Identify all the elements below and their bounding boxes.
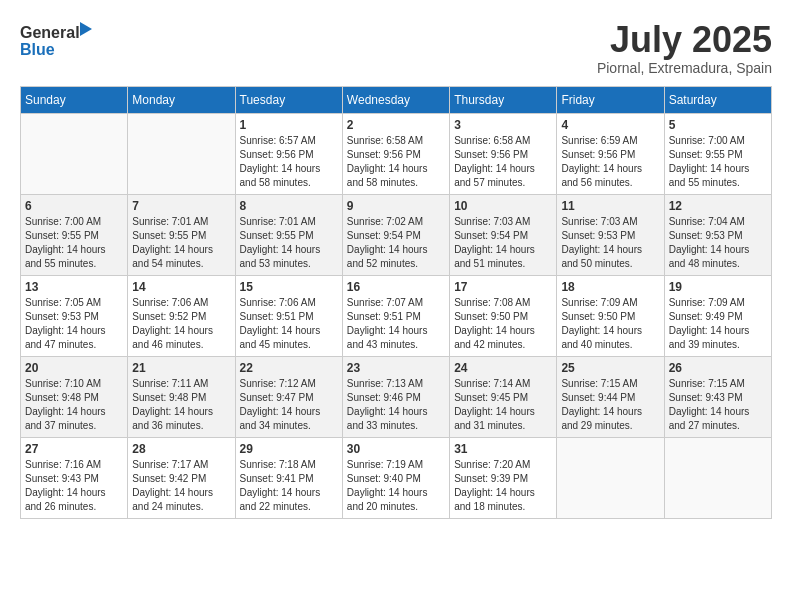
page-header: GeneralBlue July 2025 Piornal, Extremadu… bbox=[20, 20, 772, 76]
weekday-header-tuesday: Tuesday bbox=[235, 86, 342, 113]
calendar-cell: 9Sunrise: 7:02 AMSunset: 9:54 PMDaylight… bbox=[342, 194, 449, 275]
day-info: Sunrise: 7:20 AMSunset: 9:39 PMDaylight:… bbox=[454, 458, 552, 514]
calendar-cell: 15Sunrise: 7:06 AMSunset: 9:51 PMDayligh… bbox=[235, 275, 342, 356]
day-number: 29 bbox=[240, 442, 338, 456]
calendar-cell: 8Sunrise: 7:01 AMSunset: 9:55 PMDaylight… bbox=[235, 194, 342, 275]
logo: GeneralBlue bbox=[20, 20, 100, 60]
calendar-cell: 25Sunrise: 7:15 AMSunset: 9:44 PMDayligh… bbox=[557, 356, 664, 437]
calendar-cell: 16Sunrise: 7:07 AMSunset: 9:51 PMDayligh… bbox=[342, 275, 449, 356]
calendar-cell: 3Sunrise: 6:58 AMSunset: 9:56 PMDaylight… bbox=[450, 113, 557, 194]
title-block: July 2025 Piornal, Extremadura, Spain bbox=[597, 20, 772, 76]
day-number: 22 bbox=[240, 361, 338, 375]
day-info: Sunrise: 7:11 AMSunset: 9:48 PMDaylight:… bbox=[132, 377, 230, 433]
calendar-cell: 23Sunrise: 7:13 AMSunset: 9:46 PMDayligh… bbox=[342, 356, 449, 437]
day-info: Sunrise: 7:15 AMSunset: 9:44 PMDaylight:… bbox=[561, 377, 659, 433]
calendar-cell: 2Sunrise: 6:58 AMSunset: 9:56 PMDaylight… bbox=[342, 113, 449, 194]
day-info: Sunrise: 7:05 AMSunset: 9:53 PMDaylight:… bbox=[25, 296, 123, 352]
day-info: Sunrise: 7:01 AMSunset: 9:55 PMDaylight:… bbox=[132, 215, 230, 271]
calendar-cell: 27Sunrise: 7:16 AMSunset: 9:43 PMDayligh… bbox=[21, 437, 128, 518]
svg-text:Blue: Blue bbox=[20, 41, 55, 58]
day-info: Sunrise: 7:12 AMSunset: 9:47 PMDaylight:… bbox=[240, 377, 338, 433]
day-number: 13 bbox=[25, 280, 123, 294]
day-number: 25 bbox=[561, 361, 659, 375]
day-info: Sunrise: 7:14 AMSunset: 9:45 PMDaylight:… bbox=[454, 377, 552, 433]
day-number: 21 bbox=[132, 361, 230, 375]
calendar-cell: 12Sunrise: 7:04 AMSunset: 9:53 PMDayligh… bbox=[664, 194, 771, 275]
day-info: Sunrise: 6:57 AMSunset: 9:56 PMDaylight:… bbox=[240, 134, 338, 190]
calendar-cell: 7Sunrise: 7:01 AMSunset: 9:55 PMDaylight… bbox=[128, 194, 235, 275]
calendar-cell: 5Sunrise: 7:00 AMSunset: 9:55 PMDaylight… bbox=[664, 113, 771, 194]
calendar-cell: 11Sunrise: 7:03 AMSunset: 9:53 PMDayligh… bbox=[557, 194, 664, 275]
day-number: 4 bbox=[561, 118, 659, 132]
day-number: 19 bbox=[669, 280, 767, 294]
calendar-cell: 6Sunrise: 7:00 AMSunset: 9:55 PMDaylight… bbox=[21, 194, 128, 275]
day-info: Sunrise: 7:00 AMSunset: 9:55 PMDaylight:… bbox=[669, 134, 767, 190]
day-info: Sunrise: 7:00 AMSunset: 9:55 PMDaylight:… bbox=[25, 215, 123, 271]
calendar-cell: 1Sunrise: 6:57 AMSunset: 9:56 PMDaylight… bbox=[235, 113, 342, 194]
calendar-week-row: 1Sunrise: 6:57 AMSunset: 9:56 PMDaylight… bbox=[21, 113, 772, 194]
calendar-cell: 29Sunrise: 7:18 AMSunset: 9:41 PMDayligh… bbox=[235, 437, 342, 518]
calendar-cell: 20Sunrise: 7:10 AMSunset: 9:48 PMDayligh… bbox=[21, 356, 128, 437]
day-info: Sunrise: 7:16 AMSunset: 9:43 PMDaylight:… bbox=[25, 458, 123, 514]
day-number: 16 bbox=[347, 280, 445, 294]
calendar-cell: 19Sunrise: 7:09 AMSunset: 9:49 PMDayligh… bbox=[664, 275, 771, 356]
day-info: Sunrise: 7:01 AMSunset: 9:55 PMDaylight:… bbox=[240, 215, 338, 271]
calendar-cell: 13Sunrise: 7:05 AMSunset: 9:53 PMDayligh… bbox=[21, 275, 128, 356]
day-number: 10 bbox=[454, 199, 552, 213]
calendar-table: SundayMondayTuesdayWednesdayThursdayFrid… bbox=[20, 86, 772, 519]
calendar-cell: 24Sunrise: 7:14 AMSunset: 9:45 PMDayligh… bbox=[450, 356, 557, 437]
day-number: 2 bbox=[347, 118, 445, 132]
calendar-cell: 28Sunrise: 7:17 AMSunset: 9:42 PMDayligh… bbox=[128, 437, 235, 518]
calendar-cell bbox=[557, 437, 664, 518]
calendar-cell bbox=[664, 437, 771, 518]
weekday-header-thursday: Thursday bbox=[450, 86, 557, 113]
day-number: 18 bbox=[561, 280, 659, 294]
calendar-cell: 18Sunrise: 7:09 AMSunset: 9:50 PMDayligh… bbox=[557, 275, 664, 356]
day-number: 30 bbox=[347, 442, 445, 456]
day-number: 12 bbox=[669, 199, 767, 213]
weekday-header-monday: Monday bbox=[128, 86, 235, 113]
day-number: 8 bbox=[240, 199, 338, 213]
calendar-week-row: 6Sunrise: 7:00 AMSunset: 9:55 PMDaylight… bbox=[21, 194, 772, 275]
day-info: Sunrise: 7:03 AMSunset: 9:54 PMDaylight:… bbox=[454, 215, 552, 271]
day-number: 7 bbox=[132, 199, 230, 213]
day-number: 20 bbox=[25, 361, 123, 375]
day-info: Sunrise: 7:06 AMSunset: 9:51 PMDaylight:… bbox=[240, 296, 338, 352]
day-info: Sunrise: 7:04 AMSunset: 9:53 PMDaylight:… bbox=[669, 215, 767, 271]
weekday-header-row: SundayMondayTuesdayWednesdayThursdayFrid… bbox=[21, 86, 772, 113]
day-number: 14 bbox=[132, 280, 230, 294]
svg-marker-1 bbox=[80, 22, 92, 36]
calendar-cell bbox=[128, 113, 235, 194]
calendar-cell bbox=[21, 113, 128, 194]
calendar-cell: 4Sunrise: 6:59 AMSunset: 9:56 PMDaylight… bbox=[557, 113, 664, 194]
location-subtitle: Piornal, Extremadura, Spain bbox=[597, 60, 772, 76]
day-number: 23 bbox=[347, 361, 445, 375]
calendar-cell: 22Sunrise: 7:12 AMSunset: 9:47 PMDayligh… bbox=[235, 356, 342, 437]
day-number: 3 bbox=[454, 118, 552, 132]
day-info: Sunrise: 7:08 AMSunset: 9:50 PMDaylight:… bbox=[454, 296, 552, 352]
day-number: 28 bbox=[132, 442, 230, 456]
calendar-cell: 30Sunrise: 7:19 AMSunset: 9:40 PMDayligh… bbox=[342, 437, 449, 518]
month-year-title: July 2025 bbox=[597, 20, 772, 60]
svg-text:General: General bbox=[20, 24, 80, 41]
calendar-cell: 14Sunrise: 7:06 AMSunset: 9:52 PMDayligh… bbox=[128, 275, 235, 356]
day-number: 11 bbox=[561, 199, 659, 213]
calendar-cell: 31Sunrise: 7:20 AMSunset: 9:39 PMDayligh… bbox=[450, 437, 557, 518]
weekday-header-sunday: Sunday bbox=[21, 86, 128, 113]
day-number: 31 bbox=[454, 442, 552, 456]
calendar-cell: 17Sunrise: 7:08 AMSunset: 9:50 PMDayligh… bbox=[450, 275, 557, 356]
day-number: 5 bbox=[669, 118, 767, 132]
weekday-header-wednesday: Wednesday bbox=[342, 86, 449, 113]
calendar-cell: 10Sunrise: 7:03 AMSunset: 9:54 PMDayligh… bbox=[450, 194, 557, 275]
calendar-cell: 21Sunrise: 7:11 AMSunset: 9:48 PMDayligh… bbox=[128, 356, 235, 437]
day-info: Sunrise: 7:09 AMSunset: 9:49 PMDaylight:… bbox=[669, 296, 767, 352]
day-info: Sunrise: 7:02 AMSunset: 9:54 PMDaylight:… bbox=[347, 215, 445, 271]
calendar-week-row: 20Sunrise: 7:10 AMSunset: 9:48 PMDayligh… bbox=[21, 356, 772, 437]
day-number: 9 bbox=[347, 199, 445, 213]
calendar-cell: 26Sunrise: 7:15 AMSunset: 9:43 PMDayligh… bbox=[664, 356, 771, 437]
day-info: Sunrise: 7:03 AMSunset: 9:53 PMDaylight:… bbox=[561, 215, 659, 271]
day-info: Sunrise: 7:07 AMSunset: 9:51 PMDaylight:… bbox=[347, 296, 445, 352]
day-number: 24 bbox=[454, 361, 552, 375]
day-number: 27 bbox=[25, 442, 123, 456]
day-info: Sunrise: 7:10 AMSunset: 9:48 PMDaylight:… bbox=[25, 377, 123, 433]
